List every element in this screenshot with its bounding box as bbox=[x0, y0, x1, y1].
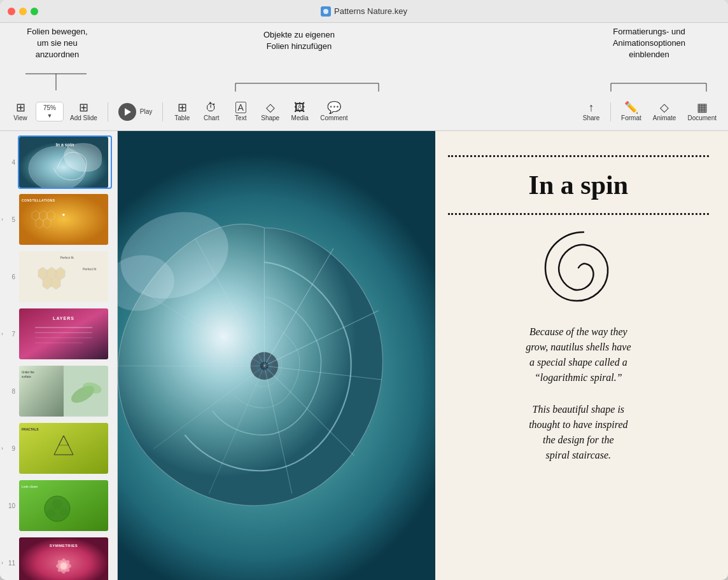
svg-point-11 bbox=[29, 146, 86, 188]
chevron-9: › bbox=[1, 445, 3, 452]
slide-body-text-2: This beautiful shape is thought to have … bbox=[529, 402, 627, 463]
chart-button[interactable]: ⏱ Chart bbox=[197, 99, 225, 124]
slide-item-4[interactable]: 4 bbox=[0, 134, 117, 191]
slide-number-8: 8 bbox=[5, 388, 15, 395]
svg-point-50 bbox=[60, 508, 67, 516]
slide-text-area: In a spin Because of the way they grow, … bbox=[435, 131, 728, 580]
zoom-chevron-icon: ▼ bbox=[47, 113, 53, 119]
close-button[interactable] bbox=[8, 8, 15, 15]
svg-text:In a spin: In a spin bbox=[56, 142, 74, 148]
annotation-right: Formatierungs- undAnimationsoptioneneinb… bbox=[579, 26, 719, 61]
svg-text:Under the: Under the bbox=[22, 371, 34, 374]
slide-thumb-4[interactable]: In a spin bbox=[18, 135, 112, 189]
svg-text:Perfect fit: Perfect fit bbox=[60, 256, 74, 259]
separator-2 bbox=[162, 102, 163, 121]
animate-button[interactable]: ◇ Animate bbox=[648, 99, 682, 124]
chart-icon: ⏱ bbox=[206, 102, 217, 113]
comment-icon: 💬 bbox=[327, 102, 341, 113]
media-label: Media bbox=[291, 114, 309, 121]
comment-button[interactable]: 💬 Comment bbox=[315, 99, 353, 124]
slide-thumb-5[interactable]: CONSTELLATIONS ● bbox=[18, 193, 112, 246]
annotation-center: Objekte zu eigenenFolien hinzufügen bbox=[216, 29, 382, 52]
comment-label: Comment bbox=[320, 114, 347, 121]
text-button[interactable]: A Text bbox=[227, 99, 255, 124]
play-icon bbox=[118, 103, 136, 121]
play-button[interactable]: Play bbox=[113, 100, 157, 123]
minimize-button[interactable] bbox=[19, 8, 27, 15]
animate-icon: ◇ bbox=[660, 102, 669, 113]
svg-point-51 bbox=[46, 509, 55, 518]
slide-thumb-7[interactable]: LAYERS bbox=[18, 307, 112, 361]
svg-text:LAYERS: LAYERS bbox=[53, 316, 74, 321]
slide-item-7[interactable]: › 7 LAYER bbox=[0, 305, 117, 362]
dotted-line-top bbox=[448, 155, 709, 157]
shape-button[interactable]: ◇ Shape bbox=[256, 99, 284, 124]
slide-thumb-11[interactable]: SYMMETRIES bbox=[18, 536, 112, 580]
slide-number-9: 9 bbox=[5, 445, 15, 452]
slide-item-5[interactable]: › 5 CONSTELLATIONS bbox=[0, 191, 117, 248]
slide-panel[interactable]: 4 bbox=[0, 131, 118, 580]
slide-editor[interactable]: In a spin Because of the way they grow, … bbox=[118, 131, 728, 580]
slide-number-11: 11 bbox=[5, 560, 15, 567]
slide-number-4: 4 bbox=[5, 159, 15, 166]
slide-item-11[interactable]: › 11 SYMM bbox=[0, 534, 117, 580]
view-button[interactable]: ⊞ View bbox=[6, 99, 34, 124]
format-button[interactable]: ✏️ Format bbox=[616, 99, 647, 124]
svg-text:Look closer: Look closer bbox=[22, 485, 38, 488]
media-icon: 🖼 bbox=[294, 102, 305, 113]
svg-text:SYMMETRIES: SYMMETRIES bbox=[50, 544, 78, 548]
separator-3 bbox=[610, 102, 611, 121]
document-button[interactable]: ▦ Document bbox=[682, 99, 722, 124]
add-slide-icon: ⊞ bbox=[79, 102, 88, 113]
dotted-line-mid bbox=[448, 213, 709, 215]
table-button[interactable]: ⊞ Table bbox=[168, 99, 196, 124]
titlebar: Patterns Nature.key bbox=[0, 0, 728, 23]
view-label: View bbox=[13, 114, 27, 121]
slide-content: In a spin Because of the way they grow, … bbox=[118, 131, 728, 580]
text-label: Text bbox=[235, 114, 246, 121]
zoom-value: 75% bbox=[43, 104, 56, 111]
slide-item-8[interactable]: 8 Under the bbox=[0, 362, 117, 420]
document-label: Document bbox=[687, 114, 717, 121]
slide-thumb-10[interactable]: Look closer bbox=[18, 479, 112, 532]
svg-text:surface: surface bbox=[22, 375, 31, 378]
slide-item-6[interactable]: 6 Perfect fit bbox=[0, 248, 117, 305]
slide-number-6: 6 bbox=[5, 273, 15, 280]
maximize-button[interactable] bbox=[31, 8, 38, 15]
add-slide-button[interactable]: ⊞ Add Slide bbox=[65, 99, 102, 124]
table-label: Table bbox=[174, 114, 190, 121]
share-button[interactable]: ↑ Share bbox=[577, 99, 605, 124]
slide-preview-8: Under the surface bbox=[19, 366, 108, 417]
format-icon: ✏️ bbox=[624, 102, 638, 113]
svg-point-49 bbox=[52, 499, 62, 509]
separator-1 bbox=[108, 102, 108, 121]
window-title: Patterns Nature.key bbox=[321, 6, 407, 17]
share-icon: ↑ bbox=[589, 102, 594, 113]
slide-title: In a spin bbox=[529, 170, 628, 200]
svg-text:Perfect fit: Perfect fit bbox=[83, 267, 97, 271]
slide-thumb-6[interactable]: Perfect fit Perfect fit bbox=[18, 250, 112, 303]
view-icon: ⊞ bbox=[16, 102, 25, 113]
slide-item-10[interactable]: 10 Look closer bbox=[0, 477, 117, 534]
slide-preview-5: CONSTELLATIONS ● bbox=[19, 194, 108, 245]
slide-preview-4: In a spin bbox=[19, 137, 108, 188]
chevron-7: › bbox=[1, 331, 3, 337]
zoom-control[interactable]: 75% ▼ bbox=[36, 102, 64, 121]
slide-thumb-8[interactable]: Under the surface bbox=[18, 364, 112, 418]
slide-item-9[interactable]: › 9 FRACTALS bbox=[0, 420, 117, 477]
media-button[interactable]: 🖼 Media bbox=[286, 99, 314, 124]
slide-body-text-1: Because of the way they grow, nautilus s… bbox=[526, 324, 631, 385]
slide-preview-9: FRACTALS bbox=[19, 423, 108, 474]
spiral-container bbox=[540, 230, 617, 308]
spiral-svg bbox=[540, 230, 617, 306]
add-slide-label: Add Slide bbox=[70, 114, 97, 121]
slide-thumb-9[interactable]: FRACTALS bbox=[18, 422, 112, 475]
toolbar: ⊞ View 75% ▼ ⊞ Add Slide Play ⊞ Table bbox=[0, 93, 728, 131]
svg-text:FRACTALS: FRACTALS bbox=[22, 427, 39, 431]
svg-point-58 bbox=[60, 563, 67, 569]
traffic-lights bbox=[8, 8, 38, 15]
slide-preview-11: SYMMETRIES bbox=[19, 537, 108, 580]
keynote-icon bbox=[321, 6, 331, 17]
svg-text:●: ● bbox=[62, 212, 66, 218]
annotation-left: Folien bewegen,um sie neuanzuordnen bbox=[13, 26, 102, 61]
